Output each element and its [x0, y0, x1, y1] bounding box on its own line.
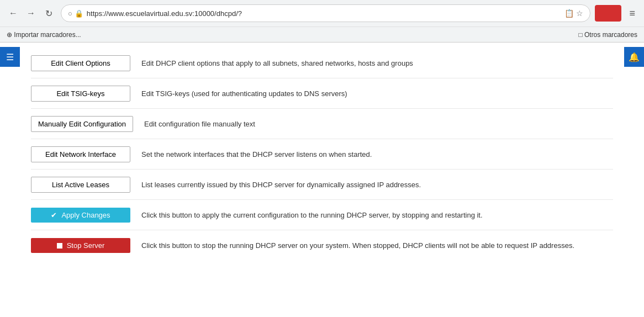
table-row: Edit TSIG-keys Edit TSIG-keys (used for …: [31, 78, 613, 109]
sidebar-menu-button[interactable]: ☰: [0, 47, 20, 67]
star-icon: ☆: [576, 9, 583, 18]
table-row: ✔ Apply Changes Click this button to app…: [31, 200, 613, 230]
sidebar-left: ☰: [0, 43, 20, 317]
hamburger-icon: ☰: [6, 52, 14, 62]
stop-server-description: Click this button to stop the running DH…: [141, 241, 613, 250]
edit-client-options-button[interactable]: Edit Client Options: [31, 55, 130, 71]
browser-chrome: ← → ↻ ○ 🔒 https://www.escuelavirtual.edu…: [0, 0, 644, 43]
edit-tsig-keys-description: Edit TSIG-keys (used for authenticating …: [141, 89, 613, 98]
bell-icon: 🔔: [629, 52, 640, 62]
list-active-leases-button[interactable]: List Active Leases: [31, 177, 130, 193]
address-bar-right: 📋 ☆: [564, 9, 583, 18]
apply-changes-button[interactable]: ✔ Apply Changes: [31, 208, 130, 223]
content-area: Edit Client Options Edit DHCP client opt…: [20, 43, 624, 266]
bookmarks-left: ⊕ Importar marcadores...: [7, 31, 81, 39]
manually-edit-config-description: Edit configuration file manually text: [144, 120, 613, 128]
main-content: ☰ 🔔 Edit Client Options Edit DHCP client…: [0, 43, 644, 317]
apply-changes-description: Click this button to apply the current c…: [141, 211, 613, 219]
bookmarks-right: □ Otros marcadores: [578, 31, 637, 39]
bookmarks-bar: ⊕ Importar marcadores... □ Otros marcado…: [0, 27, 644, 42]
browser-menu-button[interactable]: ≡: [626, 6, 638, 22]
back-button[interactable]: ←: [6, 6, 21, 21]
edit-tsig-keys-button[interactable]: Edit TSIG-keys: [31, 86, 130, 102]
address-bar-icons: ○ 🔒: [68, 9, 83, 18]
address-bar[interactable]: ○ 🔒 https://www.escuelavirtual.edu.sv:10…: [61, 4, 590, 22]
stop-server-label: Stop Server: [67, 241, 105, 250]
edit-network-interface-description: Set the network interfaces that the DHCP…: [141, 150, 613, 158]
sidebar-right: 🔔: [624, 43, 644, 317]
lock-icon: 🔒: [75, 9, 83, 18]
manually-edit-config-button[interactable]: Manually Edit Configuration: [31, 116, 133, 132]
table-row: Edit Network Interface Set the network i…: [31, 139, 613, 170]
edit-client-options-description: Edit DHCP client options that apply to a…: [141, 59, 613, 67]
table-row: Edit Client Options Edit DHCP client opt…: [31, 48, 613, 78]
apply-changes-label: Apply Changes: [61, 211, 110, 219]
table-row: Manually Edit Configuration Edit configu…: [31, 109, 613, 139]
table-row: List Active Leases List leases currently…: [31, 170, 613, 200]
check-icon: ✔: [51, 211, 57, 219]
import-bookmarks-link[interactable]: ⊕ Importar marcadores...: [7, 31, 81, 39]
copy-icon: 📋: [564, 9, 574, 18]
sidebar-bell-button[interactable]: 🔔: [624, 47, 644, 67]
shield-icon: ○: [68, 9, 72, 18]
other-bookmarks-link[interactable]: □ Otros marcadores: [578, 31, 637, 39]
list-active-leases-description: List leases currently issued by this DHC…: [141, 181, 613, 189]
edit-network-interface-button[interactable]: Edit Network Interface: [31, 146, 130, 162]
profile-button[interactable]: [595, 5, 621, 22]
stop-server-button[interactable]: Stop Server: [31, 238, 130, 253]
nav-buttons: ← → ↻: [6, 6, 56, 21]
url-text: https://www.escuelavirtual.edu.sv:10000/…: [87, 9, 562, 18]
stop-icon: [57, 243, 62, 249]
reload-button[interactable]: ↻: [41, 6, 56, 21]
browser-toolbar: ← → ↻ ○ 🔒 https://www.escuelavirtual.edu…: [0, 0, 644, 27]
forward-button[interactable]: →: [23, 6, 39, 21]
table-row: Stop Server Click this button to stop th…: [31, 230, 613, 261]
